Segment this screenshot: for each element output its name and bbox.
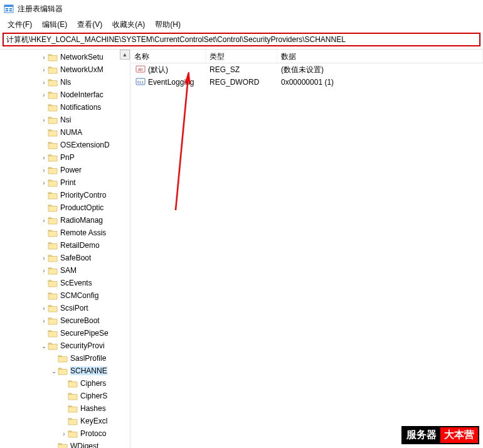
- menu-edit[interactable]: 编辑(E): [37, 18, 72, 31]
- tree-item-label: SCMConfig: [60, 291, 98, 300]
- tree-view[interactable]: ▲ ›NetworkSetu›NetworkUxM›Nls›NodeInterf…: [0, 50, 130, 448]
- tree-toggle-icon[interactable]: ⌄: [40, 343, 48, 349]
- tree-item-label: PnP: [60, 153, 75, 162]
- svg-rect-1: [4, 5, 13, 7]
- tree-toggle-icon[interactable]: ›: [40, 255, 48, 262]
- tree-toggle-icon[interactable]: ›: [40, 79, 48, 86]
- tree-item[interactable]: ›SAM: [0, 264, 130, 277]
- tree-item-label: Print: [60, 178, 76, 187]
- list-row[interactable]: ab(默认)REG_SZ(数值未设置): [130, 63, 483, 76]
- tree-item[interactable]: ›SecureBoot: [0, 314, 130, 327]
- tree-item-label: RadioManag: [60, 216, 103, 225]
- annotation-arrow: [169, 72, 194, 216]
- tree-item-label: WDigest: [70, 442, 98, 448]
- header-type[interactable]: 类型: [206, 50, 277, 63]
- tree-item-label: OSExtensionD: [60, 141, 110, 149]
- value-name: EventLogging: [148, 78, 194, 87]
- tree-item-label: Nsi: [60, 115, 71, 124]
- tree-item-label: ScEvents: [60, 279, 92, 287]
- tree-item[interactable]: ⌄SecurityProvi: [0, 339, 130, 352]
- menu-bar: 文件(F) 编辑(E) 查看(V) 收藏夹(A) 帮助(H): [0, 18, 483, 31]
- svg-line-10: [176, 77, 188, 210]
- tree-item[interactable]: NUMA: [0, 126, 130, 139]
- title-bar: 注册表编辑器: [0, 0, 483, 18]
- tree-item-label: SAM: [60, 266, 77, 275]
- tree-toggle-icon[interactable]: ›: [40, 92, 48, 99]
- tree-item[interactable]: ›Nls: [0, 76, 130, 88]
- tree-item[interactable]: RetailDemo: [0, 239, 130, 252]
- tree-item[interactable]: KeyExcl: [0, 415, 130, 427]
- tree-item[interactable]: Notifications: [0, 101, 130, 114]
- header-name[interactable]: 名称: [130, 50, 206, 63]
- tree-toggle-icon[interactable]: ›: [40, 54, 48, 61]
- tree-toggle-icon[interactable]: ›: [40, 217, 48, 224]
- value-type: REG_DWORD: [206, 78, 277, 87]
- tree-item-label: NUMA: [60, 128, 82, 137]
- tree-item-label: ProductOptic: [60, 203, 104, 212]
- tree-item[interactable]: ›NetworkUxM: [0, 63, 130, 76]
- tree-item[interactable]: SaslProfile: [0, 352, 130, 365]
- tree-item[interactable]: ⌄SCHANNE: [0, 365, 130, 377]
- tree-item-label: PriorityContro: [60, 191, 106, 200]
- tree-toggle-icon[interactable]: ›: [40, 179, 48, 186]
- menu-view[interactable]: 查看(V): [72, 18, 107, 31]
- tree-item-label: NetworkSetu: [60, 53, 104, 61]
- tree-item[interactable]: ProductOptic: [0, 201, 130, 214]
- tree-item[interactable]: ›Print: [0, 176, 130, 189]
- tree-item-label: ScsiPort: [60, 304, 88, 312]
- tree-item[interactable]: CipherS: [0, 390, 130, 402]
- header-data[interactable]: 数据: [277, 50, 483, 63]
- menu-favorites[interactable]: 收藏夹(A): [107, 18, 150, 31]
- watermark: 服务器 大本营: [401, 426, 479, 444]
- window-title: 注册表编辑器: [18, 4, 63, 14]
- tree-item-label: Remote Assis: [60, 228, 106, 237]
- tree-toggle-icon[interactable]: ›: [40, 305, 48, 312]
- tree-item[interactable]: ›Power: [0, 164, 130, 176]
- tree-item[interactable]: SCMConfig: [0, 289, 130, 302]
- value-type: REG_SZ: [206, 65, 277, 74]
- tree-toggle-icon[interactable]: ›: [40, 154, 48, 161]
- tree-item[interactable]: SecurePipeSe: [0, 327, 130, 339]
- content-pane: ▲ ›NetworkSetu›NetworkUxM›Nls›NodeInterf…: [0, 49, 483, 448]
- tree-item[interactable]: ›Protoco: [0, 427, 130, 440]
- scroll-up-arrow[interactable]: ▲: [120, 50, 130, 60]
- tree-item[interactable]: ›PnP: [0, 151, 130, 164]
- value-name: (默认): [148, 65, 168, 75]
- tree-item[interactable]: ›SafeBoot: [0, 252, 130, 264]
- tree-item[interactable]: PriorityContro: [0, 189, 130, 201]
- tree-item[interactable]: ›RadioManag: [0, 214, 130, 227]
- svg-text:011: 011: [137, 80, 144, 84]
- tree-item[interactable]: OSExtensionD: [0, 139, 130, 151]
- tree-toggle-icon[interactable]: ›: [40, 317, 48, 324]
- tree-item-label: Notifications: [60, 103, 101, 112]
- list-view[interactable]: 名称 类型 数据 ab(默认)REG_SZ(数值未设置)011EventLogg…: [130, 50, 483, 448]
- tree-toggle-icon[interactable]: ›: [40, 117, 48, 124]
- list-row[interactable]: 011EventLoggingREG_DWORD0x00000001 (1): [130, 76, 483, 88]
- tree-item[interactable]: ›NetworkSetu: [0, 51, 130, 63]
- svg-rect-2: [6, 8, 8, 9]
- tree-item[interactable]: Remote Assis: [0, 227, 130, 239]
- value-icon: ab: [134, 64, 148, 76]
- value-icon: 011: [134, 77, 148, 88]
- address-bar-container: 计算机\HKEY_LOCAL_MACHINE\SYSTEM\CurrentCon…: [0, 31, 483, 49]
- menu-help[interactable]: 帮助(H): [150, 18, 186, 31]
- tree-item[interactable]: ›NodeInterfac: [0, 88, 130, 101]
- tree-item[interactable]: Hashes: [0, 402, 130, 415]
- tree-item-label: NodeInterfac: [60, 90, 104, 99]
- tree-item-label: SecureBoot: [60, 316, 100, 325]
- tree-toggle-icon[interactable]: ⌄: [50, 368, 58, 375]
- address-bar[interactable]: 计算机\HKEY_LOCAL_MACHINE\SYSTEM\CurrentCon…: [3, 33, 480, 46]
- tree-item[interactable]: ScEvents: [0, 277, 130, 289]
- tree-item[interactable]: WDigest: [0, 440, 130, 448]
- tree-item[interactable]: ›Nsi: [0, 114, 130, 126]
- svg-rect-3: [6, 10, 8, 11]
- tree-item-label: Nls: [60, 78, 71, 87]
- tree-item[interactable]: Ciphers: [0, 377, 130, 390]
- tree-item[interactable]: ›ScsiPort: [0, 302, 130, 314]
- tree-toggle-icon[interactable]: ›: [60, 430, 68, 437]
- tree-toggle-icon[interactable]: ›: [40, 167, 48, 174]
- watermark-left: 服务器: [403, 427, 440, 443]
- menu-file[interactable]: 文件(F): [3, 18, 37, 31]
- tree-toggle-icon[interactable]: ›: [40, 267, 48, 274]
- tree-toggle-icon[interactable]: ›: [40, 67, 48, 73]
